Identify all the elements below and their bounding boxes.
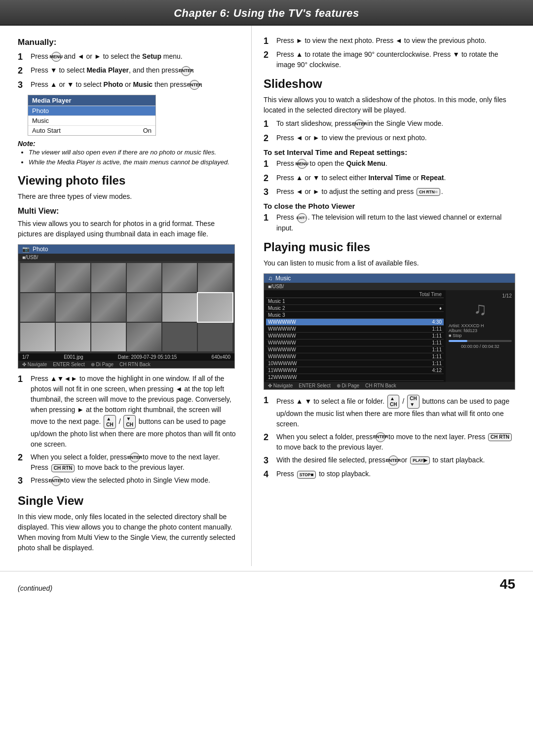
ir-step-text-1: Press MENU to open the Quick Menu.	[276, 158, 515, 169]
menu-btn-ir1: MENU	[297, 159, 307, 169]
step-num-1: 1	[18, 51, 29, 63]
ms-step-text-3: With the desired file selected, press EN…	[276, 455, 515, 465]
sv-step-2: 2 Press ▲ to rotate the image 90° counte…	[264, 49, 515, 70]
photo-thumb	[20, 263, 55, 292]
music-item: 11WWWWW4:12	[266, 367, 444, 374]
note-list: The viewer will also open even if there …	[29, 148, 237, 167]
music-list: Total Time Music 1 Music 2♦ Music 3 WWWW…	[264, 290, 446, 382]
photo-step-text-3: Press ENTER to view the selected photo i…	[31, 475, 237, 486]
enter-btn-ms3: ENTER	[388, 455, 398, 465]
note-item-1: The viewer will also open even if there …	[29, 148, 237, 157]
photo-thumb	[56, 263, 90, 292]
photo-thumb	[56, 293, 90, 322]
music-time: 00:00:00 / 00:04:32	[449, 344, 512, 349]
photo-viewer-header-label: Photo	[33, 246, 48, 253]
cv-step-1: 1 Press EXIT○. The television will retur…	[264, 212, 515, 233]
photo-thumb	[162, 293, 197, 322]
photo-date: Date: 2009-07-29 05:10:15	[118, 354, 177, 360]
viewing-photo-section: Viewing photo files There are three type…	[18, 174, 237, 487]
music-item-selected: WWWWWW4:30	[266, 319, 444, 326]
music-steps: 1 Press ▲ ▼ to select a file or folder. …	[264, 395, 515, 481]
music-viewer-header: ♫ Music	[264, 274, 515, 283]
ir-step-num-3: 3	[264, 187, 274, 198]
exit-btn-cv1: EXIT○	[297, 213, 307, 223]
menu-row-photo: Photo	[28, 106, 155, 115]
photo-thumb	[56, 323, 90, 351]
photo-thumb-selected	[198, 293, 232, 322]
photo-viewer: 📷 Photo ■/USB/	[18, 244, 235, 369]
left-column: Manually: 1 Press MENU and ◄ or ► to sel…	[0, 26, 252, 566]
playing-music-title: Playing music files	[264, 240, 515, 254]
music-nav-navigate: ✤ Navigate	[268, 383, 293, 388]
music-item: WWWWWW1:11	[266, 333, 444, 340]
step-num-2: 2	[18, 65, 29, 76]
music-item: Music 3	[266, 312, 444, 319]
photo-viewer-nav: ✤ Navigate ENTER Select ⊕ Di Page CH RTN…	[18, 361, 234, 368]
right-column: 1 Press ► to view the next photo. Press …	[252, 26, 533, 566]
photo-thumb	[162, 263, 197, 292]
music-col-time: Total Time	[419, 292, 442, 297]
manually-label: Manually:	[18, 38, 237, 47]
ss-step-num-2: 2	[264, 133, 274, 144]
step-text-3: Press ▲ or ▼ to select Photo or Music th…	[31, 79, 237, 90]
music-path: ■/USB/	[264, 283, 515, 290]
ms-step-2: 2 When you select a folder, press ENTER …	[264, 432, 515, 453]
music-progress-bar	[449, 340, 512, 342]
ir-step-num-2: 2	[264, 173, 274, 184]
photo-step-text-1: Press ▲▼◄► to move the highlight in one …	[31, 374, 237, 450]
photo-nav-navigate: ✤ Navigate	[22, 362, 47, 367]
sv-step-num-2: 2	[264, 49, 274, 61]
photo-grid	[18, 261, 234, 353]
playing-music-section: Playing music files You can listen to mu…	[264, 240, 515, 481]
single-view-title: Single View	[18, 494, 237, 508]
photo-thumb	[127, 323, 161, 351]
single-view-desc: In this view mode, only files located in…	[18, 512, 237, 553]
ss-step-num-1: 1	[264, 118, 274, 130]
music-item: Music 2♦	[266, 305, 444, 312]
photo-thumb	[162, 323, 197, 351]
photo-nav-back: CH RTN Back	[119, 362, 151, 367]
sv-step-text-1: Press ► to view the next photo. Press ◄ …	[276, 36, 515, 46]
manually-step-3: 3 Press ▲ or ▼ to select Photo or Music …	[18, 79, 237, 91]
slideshow-title: Slideshow	[264, 77, 515, 91]
enter-btn-p3: ENTER	[51, 476, 61, 486]
viewing-photo-title: Viewing photo files	[18, 174, 237, 188]
multi-view-desc: This view allows you to search for photo…	[18, 219, 237, 239]
ir-step-num-1: 1	[264, 158, 274, 170]
enter-btn-ss1: ENTER	[354, 119, 364, 129]
photo-filename: E001.jpg	[64, 354, 83, 360]
slideshow-section: Slideshow This view allows you to watch …	[264, 77, 515, 233]
photo-step-1: 1 Press ▲▼◄► to move the highlight in on…	[18, 374, 237, 450]
photo-nav-ch: ⊕ Di Page	[91, 362, 114, 367]
menu-btn-1: MENU	[51, 52, 61, 62]
ir-step-1: 1 Press MENU to open the Quick Menu.	[264, 158, 515, 170]
cv-step-num-1: 1	[264, 212, 274, 224]
single-view-section: Single View In this view mode, only file…	[18, 494, 237, 553]
ms-step-text-1: Press ▲ ▼ to select a file or folder. ▲C…	[276, 395, 515, 429]
music-viewer: ♫ Music ■/USB/ Total Time Music 1 Music …	[264, 273, 515, 390]
step-text-2: Press ▼ to select Media Player, and then…	[31, 65, 237, 76]
manually-section: Manually: 1 Press MENU and ◄ or ► to sel…	[18, 38, 237, 167]
ms-step-num-3: 3	[264, 455, 274, 466]
chapter-header: Chapter 6: Using the TV's features	[0, 0, 533, 26]
ms-step-3: 3 With the desired file selected, press …	[264, 455, 515, 466]
ch-up-btn: ▲CH	[104, 415, 115, 429]
continued-label: (continued)	[18, 584, 52, 592]
music-viewer-nav: ✤ Navigate ENTER Select ⊕ Di Page CH RTN…	[264, 382, 515, 389]
ch-up-btn-m: ▲CH	[387, 395, 399, 409]
photo-step-text-2: When you select a folder, press ENTER to…	[31, 452, 237, 473]
ss-step-text-1: To start slideshow, press ENTER in the S…	[276, 118, 515, 129]
enter-btn-ms2: ENTER	[376, 432, 385, 442]
music-item: 12WWWWW	[266, 374, 444, 381]
ms-step-num-4: 4	[264, 469, 274, 480]
ch-dn-btn-m: CH▼	[407, 395, 419, 409]
photo-steps: 1 Press ▲▼◄► to move the highlight in on…	[18, 374, 237, 487]
photo-resolution: 640x400	[212, 354, 230, 360]
music-nav-ch: ⊕ Di Page	[337, 383, 359, 388]
menu-row-autostart: Auto StartOn	[28, 125, 155, 135]
photo-step-3: 3 Press ENTER to view the selected photo…	[18, 475, 237, 487]
music-nav-enter: ENTER Select	[299, 383, 330, 388]
interval-steps: 1 Press MENU to open the Quick Menu. 2 P…	[264, 158, 515, 198]
music-status: ■ Stop	[449, 333, 512, 338]
ir-step-text-2: Press ▲ or ▼ to select either Interval T…	[276, 173, 515, 183]
